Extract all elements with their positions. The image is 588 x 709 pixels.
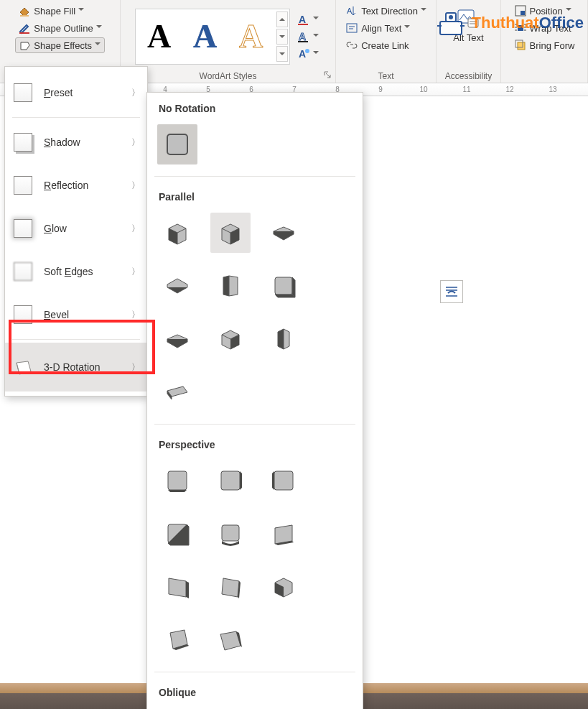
menu-separator <box>12 117 140 118</box>
parallel-thumb-4[interactable] <box>157 266 197 306</box>
create-link-label: Create Link <box>361 40 409 51</box>
svg-text:A: A <box>299 14 306 25</box>
wordart-gallery[interactable]: A A A <box>135 9 290 65</box>
wordart-scroll-up[interactable] <box>276 11 288 27</box>
perspective-thumb-2[interactable] <box>210 460 251 501</box>
position-button[interactable]: Position <box>511 3 578 19</box>
rotation-section-oblique: Oblique <box>147 677 363 705</box>
chevron-down-icon <box>95 42 101 48</box>
chevron-down-icon <box>404 25 410 31</box>
svg-rect-21 <box>274 471 293 490</box>
preset-swatch-icon <box>14 83 32 102</box>
soft-edges-swatch-icon <box>14 262 32 281</box>
svg-rect-18 <box>275 277 292 295</box>
chevron-down-icon <box>313 17 319 22</box>
wordart-sample-3[interactable]: A <box>229 13 274 60</box>
shape-effects-menu: Preset 〉 Shadow 〉 Reflection 〉 Glow 〉 So… <box>4 66 148 397</box>
create-link-button[interactable]: Create Link <box>342 37 429 53</box>
reflection-swatch-icon <box>14 176 32 195</box>
parallel-thumb-3[interactable] <box>263 213 304 253</box>
alt-text-button[interactable]: Alt Text <box>449 3 487 47</box>
svg-rect-1 <box>19 32 29 34</box>
parallel-thumb-8[interactable] <box>210 319 251 359</box>
layout-options-button[interactable] <box>440 280 463 303</box>
svg-text:A: A <box>299 31 306 42</box>
rotation-none-thumb[interactable] <box>157 124 197 164</box>
text-fill-icon: A <box>297 13 310 26</box>
parallel-thumb-6[interactable] <box>263 266 304 306</box>
shape-effects-icon <box>18 39 31 52</box>
effects-bevel[interactable]: Bevel 〉 <box>5 293 147 336</box>
wrap-text-icon <box>514 22 527 34</box>
group-text-label: Text <box>340 70 431 81</box>
perspective-thumb-9[interactable] <box>263 567 304 607</box>
rotation-section-parallel: Parallel <box>147 181 363 210</box>
svg-rect-5 <box>298 41 308 42</box>
bevel-swatch-icon <box>14 305 32 324</box>
chevron-down-icon <box>96 25 102 31</box>
perspective-thumb-3[interactable] <box>263 460 304 501</box>
parallel-thumb-9[interactable] <box>263 319 304 359</box>
text-effects-button[interactable]: A <box>294 46 322 62</box>
perspective-thumb-5[interactable] <box>210 514 251 554</box>
parallel-thumb-2[interactable] <box>210 213 251 253</box>
perspective-thumb-10[interactable] <box>157 620 197 660</box>
parallel-thumb-1[interactable] <box>157 213 197 253</box>
wordart-sample-1[interactable]: A <box>137 13 182 60</box>
group-arrange-label <box>505 70 583 81</box>
wrap-text-button[interactable]: Wrap Text <box>511 20 578 36</box>
glow-swatch-icon <box>14 219 32 238</box>
alt-text-label: Alt Text <box>453 33 483 44</box>
position-label: Position <box>530 6 563 17</box>
wordart-expand[interactable] <box>276 46 288 62</box>
parallel-thumb-10[interactable] <box>157 372 197 412</box>
rotation-gallery: No Rotation Parallel Perspective Oblique <box>146 92 363 709</box>
align-text-icon <box>345 22 358 34</box>
chevron-right-icon: 〉 <box>131 180 140 192</box>
perspective-thumb-7[interactable] <box>157 567 197 607</box>
bring-forward-icon <box>514 39 527 52</box>
wordart-sample-2[interactable]: A <box>183 13 228 60</box>
shape-fill-button[interactable]: Shape Fill <box>15 3 104 19</box>
text-direction-label: Text Direction <box>361 6 418 17</box>
effects-3d-rotation[interactable]: 3-D Rotation 〉 <box>5 343 147 391</box>
group-wordart-styles: A A A A A A <box>121 0 336 83</box>
effects-reflection[interactable]: Reflection 〉 <box>5 164 147 207</box>
shape-fill-label: Shape Fill <box>34 6 75 17</box>
perspective-thumb-4[interactable] <box>157 514 197 554</box>
group-accessibility-label: Accessibility <box>441 70 496 81</box>
effects-soft-edges[interactable]: Soft Edges 〉 <box>5 250 147 293</box>
shape-effects-label: Shape Effects <box>34 40 92 51</box>
parallel-thumb-7[interactable] <box>157 319 197 359</box>
effects-glow[interactable]: Glow 〉 <box>5 207 147 250</box>
parallel-thumb-5[interactable] <box>210 266 251 306</box>
group-wordart-label: WordArt Styles <box>125 70 331 81</box>
chevron-down-icon <box>78 8 84 14</box>
svg-rect-20 <box>221 471 240 490</box>
perspective-thumb-1[interactable] <box>157 460 197 501</box>
perspective-thumb-6[interactable] <box>263 514 304 554</box>
effects-bevel-label: Bevel <box>44 309 131 320</box>
shadow-swatch-icon <box>14 133 32 152</box>
text-direction-button[interactable]: A Text Direction <box>342 3 429 19</box>
perspective-thumb-11[interactable] <box>210 620 251 660</box>
effects-shadow[interactable]: Shadow 〉 <box>5 121 147 164</box>
alt-text-icon <box>455 6 481 32</box>
effects-preset[interactable]: Preset 〉 <box>5 71 147 114</box>
wordart-dialog-launcher[interactable] <box>322 70 332 80</box>
position-icon <box>514 4 527 17</box>
text-fill-button[interactable]: A <box>294 11 322 27</box>
shape-effects-button[interactable]: Shape Effects <box>15 37 104 53</box>
rotation-swatch-icon <box>14 357 34 377</box>
svg-point-7 <box>305 49 309 53</box>
text-outline-button[interactable]: A <box>294 29 322 45</box>
chevron-right-icon: 〉 <box>131 136 140 149</box>
align-text-button[interactable]: Align Text <box>342 20 429 36</box>
bring-forward-button[interactable]: Bring Forw <box>511 37 578 53</box>
section-separator <box>154 672 355 672</box>
svg-rect-23 <box>222 525 239 541</box>
link-icon <box>345 39 358 52</box>
perspective-thumb-8[interactable] <box>210 567 251 607</box>
wordart-scroll-down[interactable] <box>276 29 288 45</box>
shape-outline-button[interactable]: Shape Outline <box>15 20 104 36</box>
